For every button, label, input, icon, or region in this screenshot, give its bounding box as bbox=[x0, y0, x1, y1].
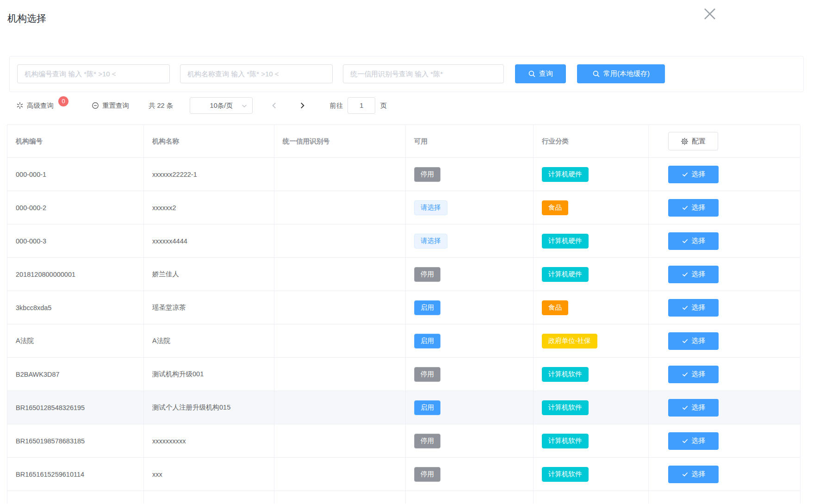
credit-id-input[interactable] bbox=[343, 64, 504, 83]
check-icon bbox=[682, 371, 689, 378]
status-tag[interactable]: 停用 bbox=[414, 434, 441, 448]
available-cell: 停用 bbox=[406, 358, 534, 391]
org-code-cell: 2018120800000001 bbox=[7, 258, 144, 291]
industry-cell: 计算机软件 bbox=[534, 358, 649, 391]
search-panel: 查询 常用(本地缓存) bbox=[9, 56, 804, 92]
header-org-code: 机构编号 bbox=[7, 125, 144, 158]
check-icon bbox=[682, 237, 689, 244]
select-button-label: 选择 bbox=[692, 270, 706, 279]
table-row: 000-000-1 xxxxxx22222-1 停用 计算机硬件 选择 bbox=[7, 158, 800, 191]
table-row: B2BAWK3D87 测试机构升级001 停用 计算机软件 选择 bbox=[7, 358, 800, 391]
table-header: 机构编号 机构名称 统一信用识别号 可用 行业分类 bbox=[7, 125, 800, 158]
industry-cell: 计算机硬件 bbox=[534, 224, 649, 258]
select-button[interactable]: 选择 bbox=[668, 299, 719, 317]
org-code-cell: 000-000-1 bbox=[7, 158, 144, 191]
organization-select-modal: 机构选择 查询 常用(本地缓存) bbox=[0, 0, 813, 504]
available-cell: 停用 bbox=[406, 258, 534, 291]
status-tag[interactable]: 启用 bbox=[414, 400, 441, 415]
select-button[interactable]: 选择 bbox=[668, 332, 719, 350]
check-icon bbox=[682, 337, 689, 344]
table-tail bbox=[7, 491, 800, 504]
status-tag[interactable]: 停用 bbox=[414, 167, 441, 182]
reset-query-label: 重置查询 bbox=[102, 101, 129, 110]
select-button[interactable]: 选择 bbox=[668, 466, 719, 483]
industry-tag: 计算机硬件 bbox=[542, 167, 589, 182]
credit-id-cell bbox=[274, 424, 406, 458]
common-button-label: 常用(本地缓存) bbox=[603, 69, 650, 78]
org-name-cell: 测试个人注册升级机构015 bbox=[144, 391, 274, 424]
check-icon bbox=[682, 204, 689, 211]
credit-id-cell bbox=[274, 224, 406, 258]
action-cell: 选择 bbox=[649, 391, 801, 424]
action-cell: 选择 bbox=[649, 258, 801, 291]
prev-page-button[interactable] bbox=[270, 101, 279, 110]
select-button[interactable]: 选择 bbox=[668, 232, 719, 250]
status-tag[interactable]: 启用 bbox=[414, 334, 441, 348]
header-available: 可用 bbox=[406, 125, 534, 158]
select-button-label: 选择 bbox=[692, 336, 706, 345]
status-tag[interactable]: 启用 bbox=[414, 300, 441, 315]
page-size-value: 10条/页 bbox=[210, 101, 233, 110]
next-page-button[interactable] bbox=[298, 101, 306, 110]
query-button[interactable]: 查询 bbox=[515, 64, 566, 83]
status-tag[interactable]: 停用 bbox=[414, 267, 441, 282]
industry-cell: 计算机硬件 bbox=[534, 158, 649, 191]
header-industry: 行业分类 bbox=[534, 125, 649, 158]
table-row: BR1651615259610114 xxx 停用 计算机软件 选择 bbox=[7, 458, 800, 491]
config-button[interactable]: 配置 bbox=[668, 132, 718, 150]
select-button-label: 选择 bbox=[692, 236, 706, 245]
org-code-cell: 000-000-2 bbox=[7, 191, 144, 224]
select-button[interactable]: 选择 bbox=[668, 199, 719, 217]
select-button[interactable]: 选择 bbox=[668, 399, 719, 417]
select-button[interactable]: 选择 bbox=[668, 366, 719, 383]
org-code-cell: 3kbcc8xda5 bbox=[7, 291, 144, 324]
status-tag[interactable]: 请选择 bbox=[414, 200, 447, 215]
industry-tag: 计算机硬件 bbox=[542, 267, 589, 282]
org-name-cell: xxxxxx22222-1 bbox=[144, 158, 274, 191]
action-cell: 选择 bbox=[649, 424, 801, 458]
close-button[interactable] bbox=[698, 2, 722, 26]
common-local-cache-button[interactable]: 常用(本地缓存) bbox=[577, 64, 665, 83]
org-name-cell: A法院 bbox=[144, 324, 274, 358]
industry-tag: 计算机软件 bbox=[542, 400, 589, 415]
page-size-select[interactable]: 10条/页 bbox=[190, 97, 253, 114]
industry-tag: 计算机软件 bbox=[542, 467, 589, 482]
select-button[interactable]: 选择 bbox=[668, 432, 719, 450]
status-tag[interactable]: 请选择 bbox=[414, 234, 447, 249]
search-icon bbox=[592, 70, 600, 78]
sparkle-icon bbox=[16, 102, 24, 109]
org-code-input[interactable] bbox=[17, 64, 170, 83]
advanced-query-button[interactable]: 高级查询 0 bbox=[16, 100, 68, 111]
select-button-label: 选择 bbox=[692, 403, 706, 412]
table-row: BR1650128548326195 测试个人注册升级机构015 启用 计算机软… bbox=[7, 391, 800, 424]
industry-cell: 计算机硬件 bbox=[534, 258, 649, 291]
table-row: A法院 A法院 启用 政府单位-社保 选择 bbox=[7, 324, 800, 358]
chevron-right-icon bbox=[298, 101, 306, 110]
table-row: 3kbcc8xda5 瑶圣堂凉茶 启用 食品 选择 bbox=[7, 291, 800, 324]
org-code-cell: A法院 bbox=[7, 324, 144, 358]
select-button[interactable]: 选择 bbox=[668, 266, 719, 283]
select-button[interactable]: 选择 bbox=[668, 166, 719, 183]
action-cell: 选择 bbox=[649, 291, 801, 324]
available-cell: 请选择 bbox=[406, 191, 534, 224]
status-tag[interactable]: 停用 bbox=[414, 367, 441, 382]
reset-query-button[interactable]: 重置查询 bbox=[92, 101, 129, 110]
gear-icon bbox=[681, 137, 689, 145]
chevron-down-icon bbox=[241, 103, 248, 109]
query-button-label: 查询 bbox=[539, 69, 553, 78]
header-actions: 配置 bbox=[649, 125, 801, 158]
org-code-cell: BR1651615259610114 bbox=[7, 458, 144, 491]
org-name-cell: 测试机构升级001 bbox=[144, 358, 274, 391]
table-body: 000-000-1 xxxxxx22222-1 停用 计算机硬件 选择 000-… bbox=[7, 158, 800, 491]
credit-id-cell bbox=[274, 291, 406, 324]
org-name-input[interactable] bbox=[180, 64, 333, 83]
select-button-label: 选择 bbox=[692, 303, 706, 312]
header-credit-id: 统一信用识别号 bbox=[274, 125, 406, 158]
table-toolbar: 高级查询 0 重置查询 共 22 条 10条/页 bbox=[16, 95, 387, 116]
status-tag[interactable]: 停用 bbox=[414, 467, 441, 482]
org-code-cell: B2BAWK3D87 bbox=[7, 358, 144, 391]
goto-page-input[interactable] bbox=[348, 97, 375, 114]
org-code-cell: BR1650198578683185 bbox=[7, 424, 144, 458]
select-button-label: 选择 bbox=[692, 470, 706, 479]
industry-cell: 计算机软件 bbox=[534, 391, 649, 424]
